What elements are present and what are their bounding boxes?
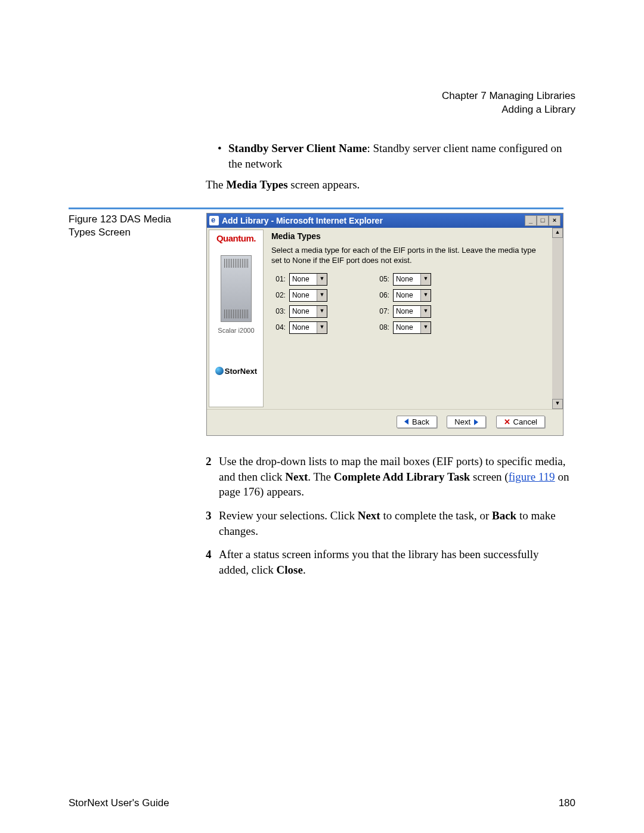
port-row: 08: None ▼ [375,321,431,334]
chevron-down-icon: ▼ [420,290,431,301]
scroll-down-button[interactable]: ▼ [552,399,563,409]
device-image [221,255,252,322]
wizard-footer: Back Next ✕ Cancel [207,409,563,436]
port-label: 03: [271,307,286,315]
port-label: 04: [271,323,286,332]
device-label: Scalar i2000 [209,327,263,334]
media-type-select[interactable]: None ▼ [393,321,431,334]
triangle-right-icon [474,419,478,425]
media-type-select[interactable]: None ▼ [393,273,431,286]
port-row: 03: None ▼ [271,305,327,318]
chapter-label: Chapter 7 Managing Libraries [69,89,575,103]
chevron-down-icon: ▼ [420,322,431,333]
chevron-down-icon: ▼ [420,306,431,317]
page-header: Chapter 7 Managing Libraries Adding a Li… [69,89,575,117]
chevron-down-icon: ▼ [420,274,431,285]
step-4: 4 After a status screen informs you that… [206,547,569,577]
chevron-down-icon: ▼ [317,290,327,301]
step-2: 2 Use the drop-down lists to map the mai… [206,454,569,500]
panel-instructions: Select a media type for each of the EIF … [271,246,546,266]
figure-caption: Figure 123 DAS Media Types Screen [69,213,206,436]
port-label: 08: [375,323,389,332]
screenshot-window: Add Library - Microsoft Internet Explore… [206,213,564,436]
port-row: 07: None ▼ [375,305,431,318]
x-icon: ✕ [504,417,510,426]
stornext-logo: StorNext [209,367,263,376]
section-label: Adding a Library [69,103,575,117]
bullet-item: • Standby Server Client Name: Standby se… [218,141,569,171]
page-footer: StorNext User's Guide 180 [69,797,575,809]
port-row: 06: None ▼ [375,289,431,302]
port-row: 02: None ▼ [271,289,327,302]
port-row: 05: None ▼ [375,273,431,286]
media-type-select[interactable]: None ▼ [393,289,431,302]
port-label: 01: [271,275,286,283]
port-label: 05: [375,275,389,283]
port-row: 01: None ▼ [271,273,327,286]
page-number: 180 [559,797,575,809]
panel-heading: Media Types [271,231,546,241]
cancel-button[interactable]: ✕ Cancel [496,416,545,428]
ie-icon [209,216,219,225]
globe-icon [215,367,224,375]
media-type-select[interactable]: None ▼ [289,321,327,334]
port-label: 06: [375,291,389,299]
quantum-logo: Quantum. [209,233,263,243]
window-titlebar: Add Library - Microsoft Internet Explore… [207,213,563,228]
port-row: 04: None ▼ [271,321,327,334]
port-label: 07: [375,307,389,315]
wizard-sidebar: Quantum. Scalar i2000 StorNext [209,230,264,407]
media-type-select[interactable]: None ▼ [289,273,327,286]
close-button[interactable]: × [549,215,561,226]
bullet-lead: Standby Server Client Name [228,142,367,154]
minimize-button[interactable]: _ [525,215,537,226]
step-3: 3 Review your selections. Click Next to … [206,508,569,538]
triangle-left-icon [404,419,408,425]
media-type-select[interactable]: None ▼ [289,305,327,318]
next-button[interactable]: Next [447,416,486,428]
port-label: 02: [271,291,286,299]
footer-left: StorNext User's Guide [69,797,169,809]
scroll-up-button[interactable]: ▲ [552,228,563,238]
media-type-select[interactable]: None ▼ [289,289,327,302]
back-button[interactable]: Back [397,416,437,428]
chevron-down-icon: ▼ [317,306,327,317]
chevron-down-icon: ▼ [317,322,327,333]
figure-119-link[interactable]: figure 119 [509,470,555,483]
chevron-down-icon: ▼ [317,274,327,285]
media-type-select[interactable]: None ▼ [393,305,431,318]
maximize-button[interactable]: □ [537,215,549,226]
window-title: Add Library - Microsoft Internet Explore… [222,216,383,225]
intro-line: The Media Types screen appears. [206,177,569,193]
